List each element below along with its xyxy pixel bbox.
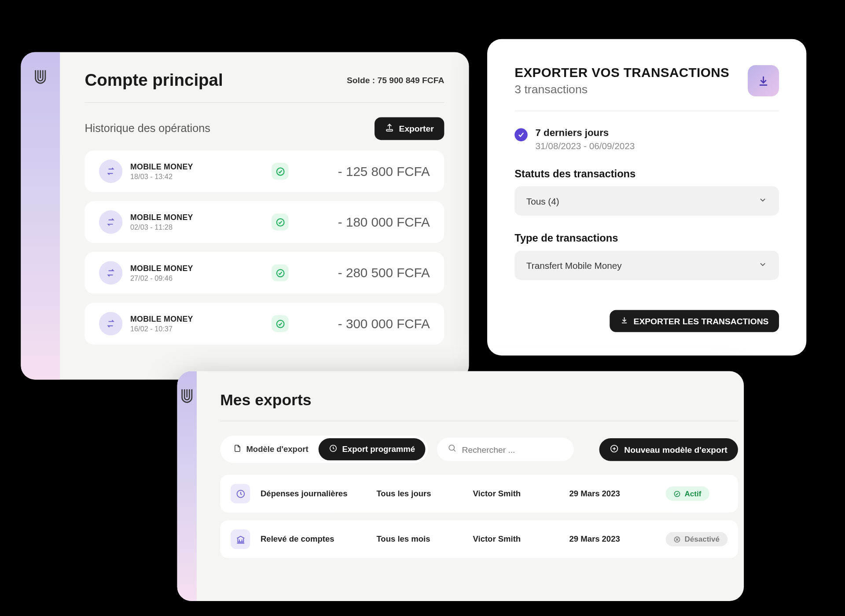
search-box[interactable] (437, 438, 574, 461)
export-date: 29 Mars 2023 (569, 535, 661, 544)
operation-date: 16/02 - 10:37 (130, 325, 267, 333)
operation-row[interactable]: MOBILE MONEY27/02 - 09:46- 280 500 FCFA (84, 252, 444, 294)
tab-schedule[interactable]: Export programmé (319, 438, 425, 460)
type-select[interactable]: Transfert Mobile Money (514, 251, 779, 280)
operation-amount: - 300 000 FCFA (293, 316, 430, 331)
clock-icon (231, 484, 250, 503)
export-frequency: Tous les mois (376, 535, 467, 544)
export-row[interactable]: Relevé de comptesTous les moisVictor Smi… (220, 521, 738, 558)
download-icon (620, 316, 628, 326)
search-input[interactable] (462, 444, 564, 454)
status-success-icon (272, 315, 288, 332)
export-subtitle: 3 transactions (514, 83, 729, 96)
export-transactions-button[interactable]: EXPORTER LES TRANSACTIONS (610, 310, 779, 332)
account-title: Compte principal (84, 70, 223, 91)
period-option[interactable]: 7 derniers jours 31/08/2023 - 06/09/2023 (514, 127, 779, 151)
operation-type: MOBILE MONEY (130, 162, 267, 172)
operation-row[interactable]: MOBILE MONEY02/03 - 11:28- 180 000 FCFA (84, 201, 444, 243)
export-row[interactable]: Dépenses journalièresTous les joursVicto… (220, 475, 738, 513)
history-title: Historique des opérations (84, 122, 210, 136)
operation-amount: - 125 800 FCFA (293, 164, 430, 179)
exports-list-card: Mes exports Modèle d'export Export progr… (177, 371, 744, 601)
export-title: EXPORTER VOS TRANSACTIONS (514, 65, 729, 80)
checkmark-icon (514, 128, 528, 142)
tab-schedule-label: Export programmé (342, 445, 415, 454)
logo-icon (177, 387, 197, 601)
operation-type: MOBILE MONEY (130, 213, 267, 222)
clock-icon (329, 444, 338, 455)
operation-date: 02/03 - 11:28 (130, 224, 267, 231)
operation-row[interactable]: MOBILE MONEY18/03 - 13:42- 125 800 FCFA (84, 150, 444, 192)
export-date: 29 Mars 2023 (569, 489, 661, 498)
export-button[interactable]: Exporter (374, 117, 444, 140)
status-select[interactable]: Tous (4) (514, 186, 779, 216)
operation-amount: - 180 000 FCFA (293, 215, 430, 230)
operation-amount: - 280 500 FCFA (293, 265, 430, 280)
sidebar (177, 371, 197, 601)
export-name: Dépenses journalières (261, 489, 371, 498)
status-badge: Actif (666, 487, 709, 501)
new-export-model-button[interactable]: Nouveau modèle d'export (599, 438, 738, 461)
search-icon (448, 444, 457, 455)
export-icon (385, 123, 394, 134)
status-success-icon (272, 163, 288, 180)
export-owner: Victor Smith (473, 535, 564, 544)
chevron-down-icon (758, 195, 768, 206)
export-name: Relevé de comptes (261, 535, 371, 544)
svg-point-6 (449, 445, 454, 450)
export-button-label: Exporter (399, 124, 434, 133)
account-card: Compte principal Solde : 75 900 849 FCFA… (21, 52, 469, 379)
svg-rect-0 (386, 129, 392, 131)
export-frequency: Tous les jours (376, 489, 467, 498)
operation-row[interactable]: MOBILE MONEY16/02 - 10:37- 300 000 FCFA (84, 303, 444, 345)
tab-model[interactable]: Modèle d'export (223, 438, 319, 460)
export-owner: Victor Smith (473, 489, 564, 498)
transfer-icon (99, 160, 122, 183)
account-balance: Solde : 75 900 849 FCFA (347, 76, 444, 85)
operation-date: 27/02 - 09:46 (130, 274, 267, 282)
download-icon[interactable] (748, 65, 779, 96)
type-select-value: Transfert Mobile Money (526, 260, 622, 271)
export-card: EXPORTER VOS TRANSACTIONS 3 transactions… (487, 39, 806, 356)
transfer-icon (99, 312, 122, 335)
plus-circle-icon (610, 444, 619, 455)
status-badge: Désactivé (666, 532, 727, 546)
new-export-model-label: Nouveau modèle d'export (624, 444, 727, 454)
operation-date: 18/03 - 13:42 (130, 172, 267, 180)
status-success-icon (272, 264, 288, 281)
transfer-icon (99, 210, 122, 234)
tab-model-label: Modèle d'export (246, 445, 308, 454)
period-label: 7 derniers jours (536, 127, 635, 138)
exports-list-title: Mes exports (220, 391, 738, 422)
type-field-label: Type de transactions (514, 232, 779, 244)
status-field-label: Statuts des transactions (514, 168, 779, 180)
status-success-icon (272, 213, 288, 230)
operation-type: MOBILE MONEY (130, 315, 267, 324)
tab-group: Modèle d'export Export programmé (220, 436, 428, 463)
bank-icon (231, 529, 250, 549)
sidebar (21, 52, 60, 379)
transfer-icon (99, 261, 122, 284)
logo-icon (31, 68, 50, 380)
status-select-value: Tous (4) (526, 196, 559, 206)
operation-type: MOBILE MONEY (130, 264, 267, 273)
export-transactions-label: EXPORTER LES TRANSACTIONS (634, 316, 769, 326)
file-icon (233, 444, 242, 455)
period-range: 31/08/2023 - 06/09/2023 (536, 141, 635, 151)
chevron-down-icon (758, 260, 768, 271)
